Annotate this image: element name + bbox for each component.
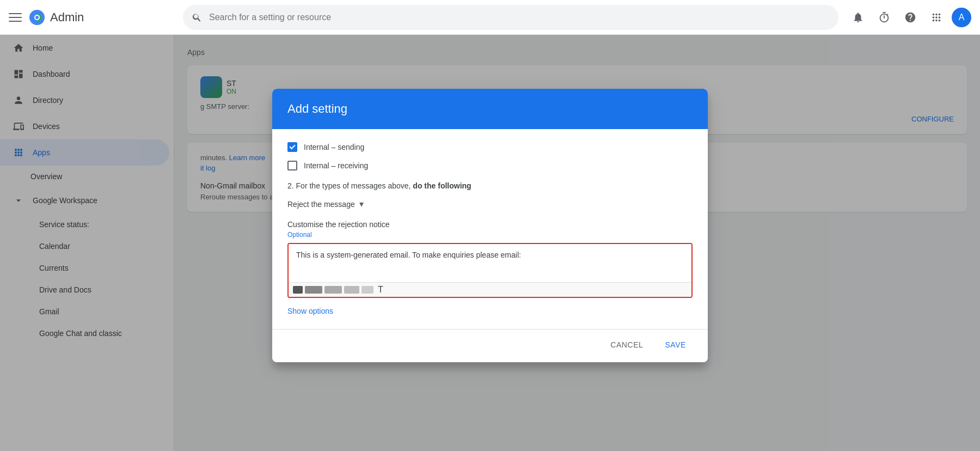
menu-button[interactable] (9, 11, 22, 24)
checkbox-sending-label: Internal – sending (304, 143, 364, 151)
topbar: Admin A (0, 0, 980, 35)
avatar[interactable]: A (952, 8, 971, 27)
topbar-right: A (847, 7, 971, 28)
step2-text: 2. For the types of messages above, do t… (287, 181, 693, 190)
add-setting-dialog: Add setting Internal – sending Internal … (272, 89, 708, 362)
search-icon (192, 12, 203, 23)
text-tool-3[interactable] (324, 286, 342, 294)
text-tool-2[interactable] (305, 286, 322, 294)
cancel-button[interactable]: CANCEL (602, 336, 652, 354)
apps-grid-button[interactable] (926, 7, 947, 28)
cursor-icon: T (378, 285, 383, 295)
checkbox-receiving-label: Internal – receiving (304, 161, 368, 170)
show-options-button[interactable]: Show options (287, 307, 333, 315)
rejection-notice-textarea[interactable] (289, 244, 691, 282)
rejection-textarea-container: T (287, 243, 693, 298)
save-button[interactable]: SAVE (656, 336, 695, 354)
search-input[interactable] (209, 13, 830, 22)
text-tool-4[interactable] (344, 286, 359, 294)
dialog-body: Internal – sending Internal – receiving … (272, 129, 708, 329)
logo-area: Admin (28, 9, 84, 26)
rejection-label: Customise the rejection notice (287, 220, 693, 229)
help-button[interactable] (899, 7, 921, 28)
app-title: Admin (50, 10, 84, 25)
dropdown-row[interactable]: Reject the message ▾ (287, 199, 693, 209)
dialog-header: Add setting (272, 89, 708, 129)
checkbox-receiving[interactable] (287, 161, 297, 170)
topbar-left: Admin (9, 9, 183, 26)
dialog-title: Add setting (287, 102, 347, 115)
search-bar[interactable] (183, 5, 838, 30)
dropdown-icon: ▾ (359, 199, 364, 209)
notifications-button[interactable] (847, 7, 869, 28)
checkbox-row-sending: Internal – sending (287, 142, 693, 152)
timer-button[interactable] (873, 7, 895, 28)
text-tool-1[interactable] (293, 286, 303, 294)
checkbox-row-receiving: Internal – receiving (287, 161, 693, 170)
svg-point-2 (35, 16, 39, 19)
checkbox-sending[interactable] (287, 142, 297, 152)
text-formatting-toolbar: T (289, 282, 691, 297)
text-tool-5[interactable] (362, 286, 373, 294)
optional-label: Optional (287, 231, 693, 239)
google-admin-logo (28, 9, 46, 26)
dialog-footer: CANCEL SAVE (272, 329, 708, 362)
dropdown-value: Reject the message (287, 200, 355, 209)
